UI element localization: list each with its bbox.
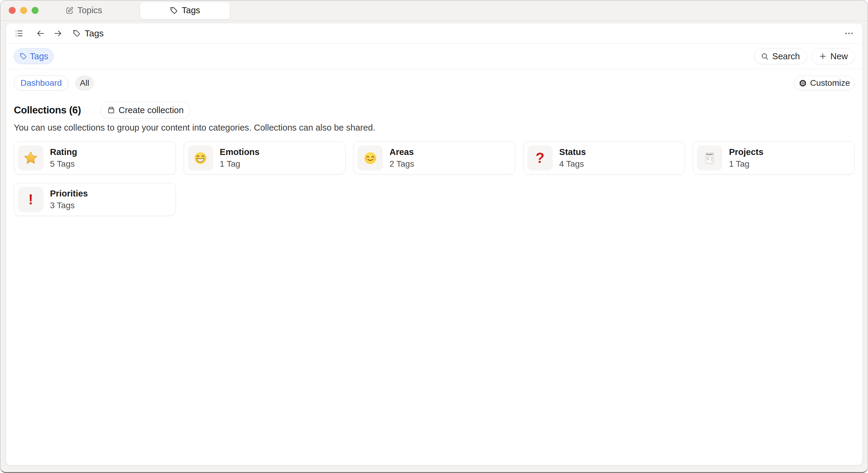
more-options-button[interactable] xyxy=(844,28,854,38)
collection-title: Projects xyxy=(729,147,763,157)
gear-icon xyxy=(799,79,807,87)
svg-text:RECEIPT: RECEIPT xyxy=(706,153,713,155)
collection-title: Priorities xyxy=(50,189,88,199)
collections-grid: Rating 5 Tags Emotions 1 Tag Areas 2 Tag… xyxy=(14,141,855,216)
more-icon xyxy=(844,28,854,38)
star-emoji xyxy=(24,151,38,165)
search-icon xyxy=(761,53,769,61)
search-button-label: Search xyxy=(772,52,800,61)
tag-icon xyxy=(169,6,178,15)
main-panel: Tags Tags Search New xyxy=(6,23,863,466)
back-button[interactable] xyxy=(36,29,45,38)
collections-header: Collections (6) Create collection xyxy=(14,102,855,119)
traffic-lights xyxy=(9,7,38,14)
new-button[interactable]: New xyxy=(812,48,855,64)
collection-title: Emotions xyxy=(220,147,259,157)
plus-icon xyxy=(818,52,827,61)
receipt-emoji: RECEIPT xyxy=(703,151,716,165)
archive-box-icon xyxy=(107,106,115,114)
list-icon xyxy=(14,29,24,38)
forward-button[interactable] xyxy=(53,29,62,38)
collection-title: Status xyxy=(559,147,586,157)
view-tab-all-label: All xyxy=(80,78,89,88)
collection-title: Areas xyxy=(390,147,414,157)
edit-icon xyxy=(65,6,74,15)
red-exclamation-emoji: ! xyxy=(28,192,33,207)
new-button-label: New xyxy=(830,52,848,61)
zoom-button[interactable] xyxy=(32,7,38,14)
search-button[interactable]: Search xyxy=(754,48,807,64)
grinning-face-emoji xyxy=(193,151,208,165)
collections-heading: Collections (6) xyxy=(14,104,81,116)
collection-tag-count: 2 Tags xyxy=(390,159,414,169)
sidebar-toggle-button[interactable] xyxy=(14,29,24,38)
view-tabs-row: Dashboard All Customize xyxy=(6,69,863,93)
back-arrow-icon xyxy=(36,29,45,38)
customize-button-label: Customize xyxy=(810,78,850,88)
view-tab-dashboard-label: Dashboard xyxy=(21,78,62,88)
collection-emoji-tile: RECEIPT xyxy=(697,145,722,171)
collection-tag-count: 5 Tags xyxy=(50,159,77,169)
tags-object-pill-label: Tags xyxy=(30,52,48,61)
collection-card[interactable]: Areas 2 Tags xyxy=(353,141,515,174)
collection-card[interactable]: Emotions 1 Tag xyxy=(184,141,346,174)
toolbar: Tags xyxy=(6,23,863,44)
close-button[interactable] xyxy=(9,7,16,14)
collection-tag-count: 3 Tags xyxy=(50,201,88,210)
collection-tag-count: 4 Tags xyxy=(559,159,586,169)
collection-card[interactable]: RECEIPT Projects 1 Tag xyxy=(693,141,855,174)
collection-emoji-tile xyxy=(18,145,43,171)
collection-emoji-tile xyxy=(358,145,383,171)
view-tab-all[interactable]: All xyxy=(75,75,94,91)
collection-tag-count: 1 Tag xyxy=(729,159,763,169)
smiling-face-emoji xyxy=(363,151,377,165)
customize-button[interactable]: Customize xyxy=(794,76,855,90)
view-tab-dashboard[interactable]: Dashboard xyxy=(14,75,68,91)
collection-card[interactable]: Rating 5 Tags xyxy=(14,141,176,174)
collection-tag-count: 1 Tag xyxy=(220,159,259,169)
collection-card[interactable]: ? Status 4 Tags xyxy=(523,141,685,174)
red-question-mark-emoji: ? xyxy=(535,151,544,165)
tab-topics-label: Topics xyxy=(78,5,102,15)
collection-card[interactable]: ! Priorities 3 Tags xyxy=(14,183,176,216)
tab-tags-label: Tags xyxy=(182,5,200,15)
collection-emoji-tile xyxy=(188,145,213,171)
app-window: Topics Tags Tags xyxy=(0,0,868,473)
create-collection-label: Create collection xyxy=(119,105,184,115)
tab-tags[interactable]: Tags xyxy=(140,2,230,19)
forward-arrow-icon xyxy=(53,29,62,38)
minimize-button[interactable] xyxy=(20,7,27,14)
collection-emoji-tile: ? xyxy=(527,145,553,171)
tags-object-pill[interactable]: Tags xyxy=(14,48,54,64)
window-tab-bar: Topics Tags xyxy=(0,0,868,21)
page-title: Tags xyxy=(85,28,103,38)
create-collection-button[interactable]: Create collection xyxy=(100,102,190,119)
collections-description: You can use collections to group your co… xyxy=(14,122,855,134)
tag-icon xyxy=(19,53,27,60)
breadcrumb: Tags xyxy=(72,28,103,38)
object-header-row: Tags Search New xyxy=(6,44,863,69)
tag-icon xyxy=(72,29,81,38)
tab-topics[interactable]: Topics xyxy=(38,0,129,21)
collection-title: Rating xyxy=(50,147,77,157)
collection-emoji-tile: ! xyxy=(18,187,43,212)
